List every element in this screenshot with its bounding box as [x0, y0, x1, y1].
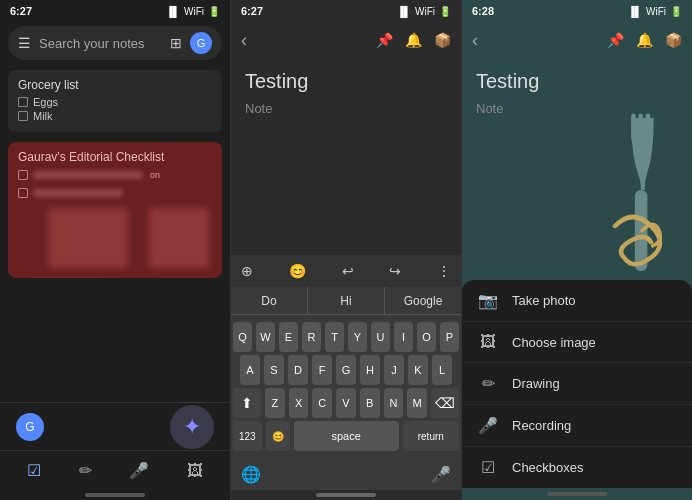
menu-checkboxes[interactable]: ☑ Checkboxes [462, 447, 692, 488]
bottom-nav-1: ☑ ✏ 🎤 🖼 [0, 450, 230, 490]
svg-rect-3 [646, 114, 651, 141]
autocomplete-google[interactable]: Google [385, 287, 461, 314]
pin-icon-3[interactable]: 📌 [607, 32, 624, 48]
avatar[interactable]: G [190, 32, 212, 54]
autocomplete-hi[interactable]: Hi [308, 287, 385, 314]
pin-icon-2[interactable]: 📌 [376, 32, 393, 48]
more-icon[interactable]: ⋮ [437, 263, 451, 279]
key-f[interactable]: F [312, 355, 332, 385]
signal-icon-3: ▐▌ [628, 6, 642, 17]
status-bar-3: 6:28 ▐▌ WiFi 🔋 [462, 0, 692, 22]
key-123[interactable]: 123 [233, 421, 262, 451]
recording-icon: 🎤 [478, 416, 498, 435]
key-v[interactable]: V [336, 388, 356, 418]
key-d[interactable]: D [288, 355, 308, 385]
keyboard-rows: Q W E R T Y U I O P A S D F G H J K L [231, 315, 461, 458]
fork-illustration [582, 100, 692, 280]
autocomplete-do[interactable]: Do [231, 287, 308, 314]
grid-icon[interactable]: ⊞ [170, 35, 182, 51]
kb-bottom-row: 🌐 🎤 [231, 458, 461, 490]
shift-key[interactable]: ⬆ [233, 388, 261, 418]
key-a[interactable]: A [240, 355, 260, 385]
grocery-card[interactable]: Grocery list Eggs Milk [8, 70, 222, 132]
editorial-card-title: Gaurav's Editorial Checklist [18, 150, 212, 164]
back-icon-2[interactable]: ‹ [241, 30, 247, 51]
remind-icon-2[interactable]: 🔔 [405, 32, 422, 48]
return-key[interactable]: return [403, 421, 459, 451]
editorial-card[interactable]: Gaurav's Editorial Checklist on [8, 142, 222, 278]
key-row-1: Q W E R T Y U I O P [233, 322, 459, 352]
key-i[interactable]: I [394, 322, 413, 352]
key-t[interactable]: T [325, 322, 344, 352]
key-g[interactable]: G [336, 355, 356, 385]
redo-icon[interactable]: ↪ [389, 263, 401, 279]
key-j[interactable]: J [384, 355, 404, 385]
home-indicator-2 [316, 493, 376, 497]
key-o[interactable]: O [417, 322, 436, 352]
key-q[interactable]: Q [233, 322, 252, 352]
menu-choose-image[interactable]: 🖼 Choose image [462, 322, 692, 363]
wifi-icon: WiFi [184, 6, 204, 17]
key-b[interactable]: B [360, 388, 380, 418]
home-indicator-1 [85, 493, 145, 497]
checkbox-milk[interactable] [18, 111, 28, 121]
key-c[interactable]: C [312, 388, 332, 418]
menu-take-photo[interactable]: 📷 Take photo [462, 280, 692, 322]
key-u[interactable]: U [371, 322, 390, 352]
add-formatting-icon[interactable]: ⊕ [241, 263, 253, 279]
key-r[interactable]: R [302, 322, 321, 352]
fab-button[interactable]: ✦ [170, 405, 214, 449]
mic-nav-icon[interactable]: 🎤 [129, 461, 149, 480]
key-h[interactable]: H [360, 355, 380, 385]
checkbox-eggs[interactable] [18, 97, 28, 107]
key-s[interactable]: S [264, 355, 284, 385]
key-e[interactable]: E [279, 322, 298, 352]
checkboxes-icon: ☑ [478, 458, 498, 477]
archive-icon-3[interactable]: 📦 [665, 32, 682, 48]
autocomplete-row: Do Hi Google [231, 287, 461, 315]
drawing-label: Drawing [512, 376, 560, 391]
hamburger-icon[interactable]: ☰ [18, 35, 31, 51]
key-p[interactable]: P [440, 322, 459, 352]
draw-nav-icon[interactable]: ✏ [79, 461, 92, 480]
panel-notes-list: 6:27 ▐▌ WiFi 🔋 ☰ Search your notes ⊞ G G… [0, 0, 231, 500]
mic-icon[interactable]: 🎤 [431, 465, 451, 484]
menu-recording[interactable]: 🎤 Recording [462, 405, 692, 447]
search-placeholder: Search your notes [39, 36, 162, 51]
battery-icon-3: 🔋 [670, 6, 682, 17]
profile-avatar[interactable]: G [16, 413, 44, 441]
time-2: 6:27 [241, 5, 263, 17]
back-icon-3[interactable]: ‹ [472, 30, 478, 51]
key-z[interactable]: Z [265, 388, 285, 418]
backspace-key[interactable]: ⌫ [431, 388, 459, 418]
note-content-2[interactable]: Testing Note [231, 58, 461, 255]
key-l[interactable]: L [432, 355, 452, 385]
key-emoji[interactable]: 😊 [266, 421, 290, 451]
emoji-icon[interactable]: 😊 [289, 263, 306, 279]
key-n[interactable]: N [384, 388, 404, 418]
wifi-icon-2: WiFi [415, 6, 435, 17]
remind-icon-3[interactable]: 🔔 [636, 32, 653, 48]
status-icons-1: ▐▌ WiFi 🔋 [166, 6, 220, 17]
key-m[interactable]: M [407, 388, 427, 418]
undo-icon[interactable]: ↩ [342, 263, 354, 279]
search-bar[interactable]: ☰ Search your notes ⊞ G [8, 26, 222, 60]
key-y[interactable]: Y [348, 322, 367, 352]
blurred-text-1 [33, 171, 143, 179]
key-x[interactable]: X [289, 388, 309, 418]
drawing-icon: ✏ [478, 374, 498, 393]
list-item: Eggs [18, 96, 212, 108]
note-top-bar-3: ‹ 📌 🔔 📦 [462, 22, 692, 58]
time-3: 6:28 [472, 5, 494, 17]
grocery-card-title: Grocery list [18, 78, 212, 92]
note-content-3[interactable]: Testing Note [462, 58, 692, 280]
key-k[interactable]: K [408, 355, 428, 385]
menu-drawing[interactable]: ✏ Drawing [462, 363, 692, 405]
checkbox-nav-icon[interactable]: ☑ [27, 461, 41, 480]
globe-icon[interactable]: 🌐 [241, 465, 261, 484]
image-nav-icon[interactable]: 🖼 [187, 462, 203, 480]
archive-icon-2[interactable]: 📦 [434, 32, 451, 48]
key-w[interactable]: W [256, 322, 275, 352]
space-key[interactable]: space [294, 421, 399, 451]
wifi-icon-3: WiFi [646, 6, 666, 17]
